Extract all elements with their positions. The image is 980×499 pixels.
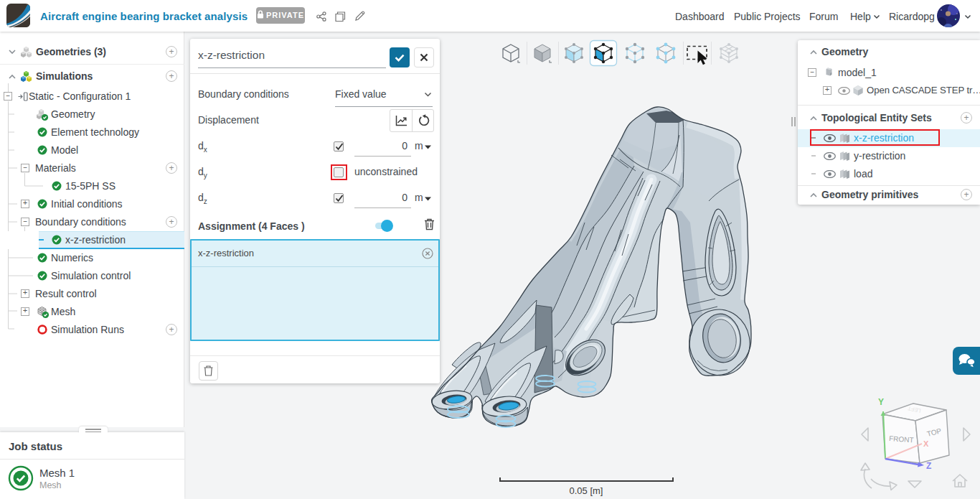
- svg-text:Z: Z: [926, 461, 931, 471]
- svg-text:0.05 [m]: 0.05 [m]: [570, 485, 603, 496]
- svg-text:Y: Y: [878, 397, 884, 407]
- svg-text:X: X: [923, 439, 929, 448]
